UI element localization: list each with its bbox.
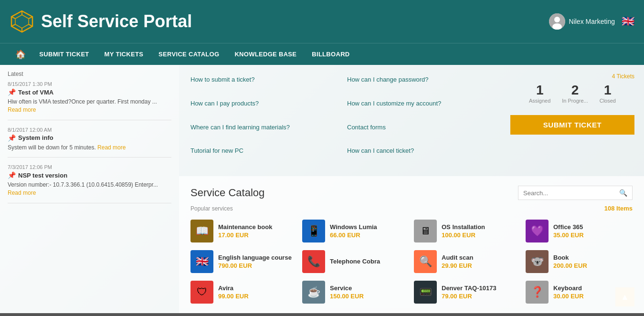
nav-my-tickets[interactable]: MY TICKETS: [97, 43, 151, 65]
pin-icon-1: 📌: [8, 88, 16, 96]
kb-link-0[interactable]: How to submit a ticket?: [190, 74, 333, 95]
tickets-link[interactable]: 4 Tickets: [612, 73, 634, 80]
pin-icon-2: 📌: [8, 134, 16, 142]
assigned-label: Assigned: [529, 98, 550, 104]
catalog-item-0[interactable]: 📖 Maintenance book 17.00 EUR: [190, 220, 297, 242]
news-text-1: Hiw often is VMA tested?Once per quarter…: [8, 98, 171, 114]
catalog-item-info-11: Keyboard 30.00 EUR: [553, 284, 584, 300]
catalog-item-info-1: Windows Lumia 66.00 EUR: [330, 223, 377, 239]
catalog-item-price-3: 35.00 EUR: [553, 232, 584, 239]
kb-link-5[interactable]: Contact forms: [347, 122, 489, 143]
footer: Copyright © 1996-2017 Nilex in Helsingbo…: [0, 313, 644, 316]
read-more-3[interactable]: Read more: [8, 190, 36, 196]
catalog-item-name-10: Denver TAQ-10173: [442, 284, 496, 292]
catalog-item-img-4: 🇬🇧: [190, 250, 213, 273]
catalog-item-price-6: 29.90 EUR: [442, 262, 473, 269]
catalog-item-info-8: Avira 99.00 EUR: [218, 284, 249, 300]
nav-service-catalog[interactable]: SERVICE CATALOG: [151, 43, 227, 65]
catalog-item-name-3: Office 365: [553, 223, 584, 231]
inprogress-label: In Progre...: [562, 98, 588, 104]
avatar: [549, 13, 565, 30]
catalog-item-3[interactable]: 💜 Office 365 35.00 EUR: [526, 220, 633, 242]
inprogress-num: 2: [562, 83, 588, 98]
catalog-item-info-2: OS Installation 100.00 EUR: [442, 223, 485, 239]
header: Self Service Portal Nilex Marketing 🇬🇧: [0, 0, 644, 43]
catalog-item-8[interactable]: 🛡 Avira 99.00 EUR: [190, 281, 297, 304]
catalog-item-img-9: ☕: [302, 281, 325, 304]
catalog-grid: 📖 Maintenance book 17.00 EUR 📱 Windows L…: [190, 220, 633, 304]
kb-link-3[interactable]: How can I customize my account?: [347, 98, 489, 119]
closed-num: 1: [600, 83, 616, 98]
catalog-item-price-10: 79.00 EUR: [442, 293, 496, 300]
catalog-item-11[interactable]: ❓ Keyboard 30.00 EUR: [526, 281, 633, 304]
catalog-item-1[interactable]: 📱 Windows Lumia 66.00 EUR: [302, 220, 409, 242]
read-more-2[interactable]: Read more: [97, 144, 126, 151]
search-icon: 🔍: [619, 189, 627, 197]
svg-marker-1: [15, 15, 29, 28]
items-count: 108 Items: [604, 205, 633, 212]
catalog-item-name-6: Audit scan: [442, 254, 473, 261]
portal-title: Self Service Portal: [41, 11, 192, 32]
nav: 🏠 SUBMIT TICKET MY TICKETS SERVICE CATAL…: [0, 43, 644, 65]
search-input[interactable]: [523, 190, 619, 197]
news-item-3: 7/3/2017 12:06 PM 📌 NSP test version Ver…: [8, 164, 171, 203]
catalog-item-7[interactable]: 🐨 Book 200.00 EUR: [526, 250, 633, 273]
catalog-item-img-8: 🛡: [190, 281, 213, 304]
catalog-item-5[interactable]: 📞 Telephone Cobra: [302, 250, 409, 273]
catalog-item-name-7: Book: [553, 254, 587, 261]
assigned-num: 1: [529, 83, 550, 98]
catalog-item-name-0: Maintenance book: [218, 223, 272, 231]
news-text-2: System will be down for 5 minutes. Read …: [8, 144, 171, 152]
nav-billboard[interactable]: BILLBOARD: [304, 43, 357, 65]
nav-home[interactable]: 🏠: [10, 43, 32, 65]
catalog-item-price-1: 66.00 EUR: [330, 232, 377, 239]
news-item-1: 8/15/2017 1:30 PM 📌 Test of VMA Hiw ofte…: [8, 81, 171, 120]
catalog-section: Service Catalog 🔍 Popular services 108 I…: [179, 176, 644, 313]
catalog-item-name-4: English language course: [218, 254, 292, 261]
sidebar-latest-label: Latest: [8, 71, 171, 77]
kb-link-1[interactable]: How can I change password?: [347, 74, 489, 95]
catalog-item-price-7: 200.00 EUR: [553, 262, 587, 269]
catalog-item-price-9: 150.00 EUR: [330, 293, 364, 300]
news-title-3: 📌 NSP test version: [8, 171, 171, 179]
catalog-item-name-8: Avira: [218, 284, 249, 292]
catalog-item-img-2: 🖥: [414, 220, 437, 242]
ticket-panel: 4 Tickets 1 Assigned 2 In Progre... 1 Cl…: [501, 65, 644, 176]
catalog-item-img-3: 💜: [526, 220, 549, 242]
kb-link-2[interactable]: How can I pay products?: [190, 98, 333, 119]
catalog-item-9[interactable]: ☕ Service 150.00 EUR: [302, 281, 409, 304]
catalog-item-img-1: 📱: [302, 220, 325, 242]
nav-knowledge-base[interactable]: KNOWLEDGE BASE: [227, 43, 304, 65]
catalog-item-price-2: 100.00 EUR: [442, 232, 485, 239]
catalog-item-name-5: Telephone Cobra: [330, 258, 380, 265]
catalog-item-name-9: Service: [330, 284, 364, 292]
kb-link-6[interactable]: Tutorial for new PC: [190, 146, 333, 167]
catalog-item-info-0: Maintenance book 17.00 EUR: [218, 223, 272, 239]
popular-label: Popular services: [190, 205, 233, 212]
user-info[interactable]: Nilex Marketing: [549, 13, 615, 30]
catalog-item-price-11: 30.00 EUR: [553, 293, 584, 300]
user-name: Nilex Marketing: [569, 18, 615, 25]
ticket-counts: 1 Assigned 2 In Progre... 1 Closed: [510, 83, 634, 104]
catalog-item-6[interactable]: 🔍 Audit scan 29.90 EUR: [414, 250, 521, 273]
news-date-1: 8/15/2017 1:30 PM: [8, 81, 171, 87]
catalog-item-10[interactable]: 📟 Denver TAQ-10173 79.00 EUR: [414, 281, 521, 304]
catalog-item-info-9: Service 150.00 EUR: [330, 284, 364, 300]
submit-ticket-button[interactable]: SUBMIT TICKET: [510, 115, 634, 135]
news-title-1: 📌 Test of VMA: [8, 88, 171, 96]
kb-link-4[interactable]: Where can I find learning materials?: [190, 122, 333, 143]
catalog-item-4[interactable]: 🇬🇧 English language course 790.00 EUR: [190, 250, 297, 273]
catalog-item-price-4: 790.00 EUR: [218, 262, 292, 269]
kb-link-7[interactable]: How can I cancel ticket?: [347, 146, 489, 167]
news-date-2: 8/1/2017 12:00 AM: [8, 127, 171, 133]
search-bar[interactable]: 🔍: [518, 186, 633, 200]
catalog-item-name-11: Keyboard: [553, 284, 584, 292]
logo-icon: [10, 9, 34, 34]
inprogress-count: 2 In Progre...: [562, 83, 588, 104]
read-more-1[interactable]: Read more: [8, 106, 36, 113]
knowledge-panel: How to submit a ticket? How can I change…: [179, 65, 501, 176]
assigned-count: 1 Assigned: [529, 83, 550, 104]
catalog-item-2[interactable]: 🖥 OS Installation 100.00 EUR: [414, 220, 521, 242]
nav-submit-ticket[interactable]: SUBMIT TICKET: [32, 43, 96, 65]
catalog-header: Service Catalog 🔍: [190, 186, 633, 200]
